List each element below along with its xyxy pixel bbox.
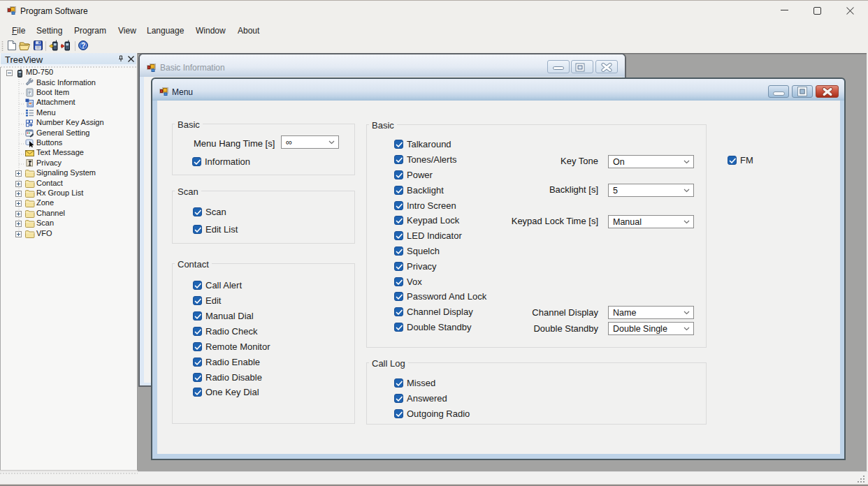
svg-text:?: ?	[81, 42, 85, 50]
